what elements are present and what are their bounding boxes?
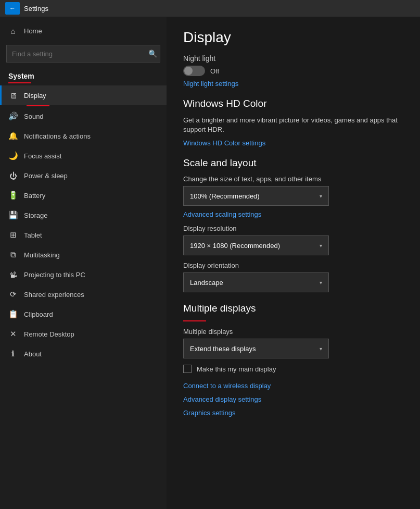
- advanced-scaling-link[interactable]: Advanced scaling settings: [183, 210, 261, 218]
- multitasking-icon: ⧉: [8, 250, 18, 259]
- resolution-label: Display resolution: [183, 225, 403, 232]
- clipboard-icon: 📋: [8, 309, 18, 319]
- main-display-checkbox[interactable]: [183, 365, 192, 373]
- multiple-displays-label: Multiple displays: [183, 328, 403, 336]
- sidebar-item-display[interactable]: 🖥 Display: [0, 85, 167, 105]
- shared-label: Shared experiences: [24, 291, 84, 299]
- remote-icon: ✕: [8, 329, 18, 339]
- multitasking-label: Multitasking: [24, 251, 60, 259]
- home-icon: ⌂: [8, 26, 18, 35]
- size-dropdown[interactable]: 100% (Recommended) ▾: [183, 186, 329, 206]
- main-display-label: Make this my main display: [197, 365, 276, 373]
- size-chevron-icon: ▾: [320, 193, 322, 199]
- orientation-value: Landscape: [190, 279, 223, 287]
- night-light-toggle[interactable]: [183, 66, 205, 76]
- sidebar-item-remote[interactable]: ✕ Remote Desktop: [0, 324, 167, 344]
- multiple-displays-chevron-icon: ▾: [320, 346, 322, 352]
- titlebar-title: Settings: [24, 5, 48, 13]
- clipboard-label: Clipboard: [24, 311, 53, 318]
- display-icon: 🖥: [8, 91, 18, 100]
- battery-label: Battery: [24, 192, 45, 200]
- battery-icon: 🔋: [8, 191, 18, 200]
- notifications-label: Notifications & actions: [24, 132, 91, 140]
- orientation-label: Display orientation: [183, 262, 403, 269]
- sidebar-item-clipboard[interactable]: 📋 Clipboard: [0, 304, 167, 324]
- sidebar-item-focus[interactable]: 🌙 Focus assist: [0, 146, 167, 166]
- sidebar-item-power[interactable]: ⏻ Power & sleep: [0, 166, 167, 185]
- projecting-label: Projecting to this PC: [24, 271, 85, 279]
- search-wrapper: 🔍: [6, 45, 160, 63]
- projecting-icon: 📽: [8, 270, 18, 279]
- page-title: Display: [183, 29, 403, 46]
- sound-label: Sound: [24, 113, 44, 120]
- about-icon: ℹ: [8, 349, 18, 358]
- display-label: Display: [24, 92, 46, 100]
- night-light-toggle-row: Off: [183, 66, 403, 76]
- sidebar-item-about[interactable]: ℹ About: [0, 344, 167, 364]
- sidebar-item-home[interactable]: ⌂ Home: [0, 21, 167, 41]
- sidebar-item-storage[interactable]: 💾 Storage: [0, 205, 167, 225]
- windows-hd-color-description: Get a brighter and more vibrant picture …: [183, 116, 403, 134]
- sidebar-item-projecting[interactable]: 📽 Projecting to this PC: [0, 265, 167, 284]
- search-input[interactable]: [6, 45, 160, 63]
- power-label: Power & sleep: [24, 172, 68, 180]
- sidebar-item-battery[interactable]: 🔋 Battery: [0, 185, 167, 205]
- sidebar: ⌂ Home 🔍 System 🖥 Display 🔊 Sound 🔔 Noti…: [0, 17, 167, 509]
- power-icon: ⏻: [8, 171, 18, 180]
- resolution-chevron-icon: ▾: [320, 243, 322, 249]
- storage-label: Storage: [24, 212, 48, 219]
- sidebar-item-shared[interactable]: ⟳ Shared experiences: [0, 284, 167, 304]
- graphics-settings-link[interactable]: Graphics settings: [183, 409, 235, 417]
- storage-icon: 💾: [8, 210, 18, 220]
- focus-label: Focus assist: [24, 152, 61, 160]
- search-icon[interactable]: 🔍: [148, 49, 157, 58]
- windows-hd-color-heading: Windows HD Color: [183, 98, 403, 109]
- main-display-checkbox-row: Make this my main display: [183, 365, 403, 373]
- size-value: 100% (Recommended): [190, 192, 260, 200]
- resolution-value: 1920 × 1080 (Recommended): [190, 242, 280, 250]
- shared-icon: ⟳: [8, 290, 18, 299]
- night-light-state: Off: [210, 67, 219, 75]
- search-container: 🔍: [0, 41, 167, 67]
- sound-icon: 🔊: [8, 111, 18, 121]
- sidebar-item-notifications[interactable]: 🔔 Notifications & actions: [0, 126, 167, 146]
- remote-label: Remote Desktop: [24, 330, 74, 338]
- multiple-displays-dropdown[interactable]: Extend these displays ▾: [183, 339, 329, 358]
- orientation-dropdown[interactable]: Landscape ▾: [183, 272, 329, 292]
- size-label: Change the size of text, apps, and other…: [183, 175, 403, 183]
- system-label: System: [0, 67, 167, 82]
- about-label: About: [24, 350, 42, 358]
- back-button[interactable]: ←: [5, 2, 20, 15]
- multiple-displays-heading: Multiple displays: [183, 303, 403, 314]
- content-area: Display Night light Off Night light sett…: [167, 17, 420, 509]
- connect-wireless-link[interactable]: Connect to a wireless display: [183, 382, 271, 390]
- orientation-chevron-icon: ▾: [320, 280, 322, 285]
- titlebar: ← Settings: [0, 0, 420, 17]
- resolution-dropdown[interactable]: 1920 × 1080 (Recommended) ▾: [183, 235, 329, 255]
- advanced-display-link[interactable]: Advanced display settings: [183, 395, 261, 403]
- focus-icon: 🌙: [8, 151, 18, 160]
- sidebar-item-sound[interactable]: 🔊 Sound: [0, 106, 167, 126]
- night-light-label: Night light: [183, 54, 403, 63]
- main-layout: ⌂ Home 🔍 System 🖥 Display 🔊 Sound 🔔 Noti…: [0, 17, 420, 509]
- multiple-displays-value: Extend these displays: [190, 345, 256, 353]
- sidebar-item-tablet[interactable]: ⊞ Tablet: [0, 225, 167, 245]
- notifications-icon: 🔔: [8, 131, 18, 141]
- tablet-label: Tablet: [24, 231, 42, 239]
- multiple-displays-underline: [183, 320, 206, 321]
- scale-layout-heading: Scale and layout: [183, 157, 403, 169]
- windows-hd-color-link[interactable]: Windows HD Color settings: [183, 139, 265, 147]
- system-underline: [8, 82, 31, 83]
- tablet-icon: ⊞: [8, 230, 18, 240]
- home-label: Home: [24, 27, 42, 35]
- sidebar-item-multitasking[interactable]: ⧉ Multitasking: [0, 245, 167, 265]
- night-light-settings-link[interactable]: Night light settings: [183, 80, 238, 88]
- back-icon: ←: [9, 5, 16, 12]
